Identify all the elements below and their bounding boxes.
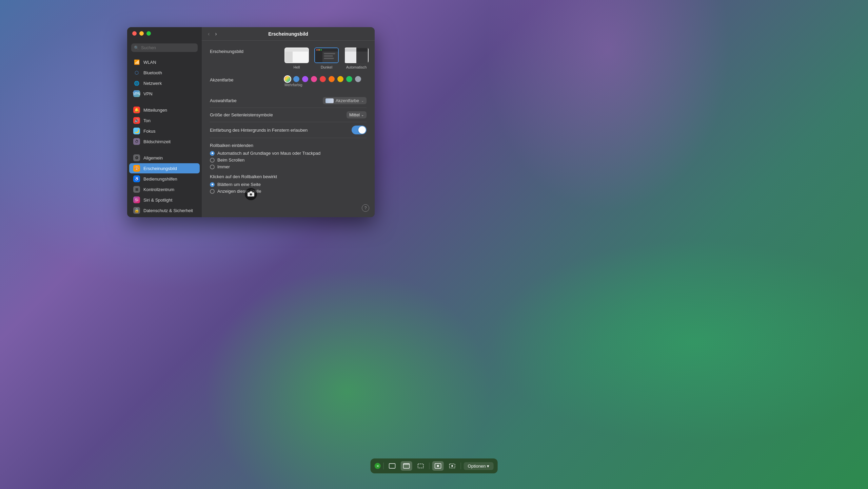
wifi-icon: 📶 [133,59,140,65]
akzentfarbe-label: Akzentfarbe [210,76,284,82]
erscheinungsbild-row: Erscheinungsbild Hell [210,48,367,69]
einfaerbung-row: Einfärbung des Hintergrunds in Fenstern … [210,122,367,138]
rollbalken-option-automatisch[interactable]: Automatisch auf Grundlage von Maus oder … [210,151,367,156]
toolbar-video-selection-button[interactable] [447,461,458,471]
color-swatch-green[interactable] [346,76,352,82]
screenshot-toolbar: ✕ Optionen ▾ [371,458,498,473]
privacy-icon: 🔒 [133,207,140,214]
sidebar-section-network: 📶 WLAN ⬡ Bluetooth 🌐 Netzwerk VPN VPN [127,56,202,100]
color-swatch-red[interactable] [320,76,326,82]
appearance-option-automatisch[interactable]: Automatisch [344,48,369,69]
rollbalken-option-scrollen-label: Beim Scrollen [217,157,244,163]
appearance-option-dunkel[interactable]: Dunkel [314,48,339,69]
toolbar-close-button[interactable]: ✕ [375,463,381,469]
nav-forward-button[interactable]: › [213,30,219,38]
svg-rect-6 [403,464,410,465]
sidebar-item-netzwerk[interactable]: 🌐 Netzwerk [129,78,200,88]
color-swatch-multicolor[interactable] [284,76,291,82]
appearance-thumb-auto [344,48,369,63]
symbole-row: Größe der Seitenleistensymbole Mittel ⌄ [210,108,367,122]
titlebar: ‹ › Erscheinungsbild [202,27,375,41]
color-swatch-pink[interactable] [311,76,317,82]
sidebar-item-siri[interactable]: Si Siri & Spotlight [129,195,200,205]
einfaerbung-toggle[interactable] [352,126,367,134]
sidebar-item-wlan-label: WLAN [143,60,156,65]
svg-point-9 [437,465,439,467]
sound-icon: 🔊 [133,117,140,124]
nav-back-button[interactable]: ‹ [206,30,212,38]
vpn-icon: VPN [133,90,140,97]
toolbar-screenshot-window-button[interactable] [401,461,412,471]
sidebar-section-appearance: ⚙ Allgemein 🎨 Erscheinungsbild ♿ Bedienu… [127,152,202,217]
sidebar-item-fokus[interactable]: 🌙 Fokus [129,126,200,136]
sidebar-item-mitteilungen-label: Mitteilungen [143,108,167,113]
color-swatch-purple[interactable] [302,76,308,82]
klicken-option-anzeigen[interactable]: Anzeigen dieser Stelle [210,189,367,194]
window-title: Erscheinungsbild [268,31,308,37]
akzentfarbe-row: Akzentfarbe Mehrfarbig [210,76,367,87]
color-swatch-blue[interactable] [293,76,299,82]
sidebar-item-vpn[interactable]: VPN VPN [129,89,200,99]
options-label: Optionen [468,464,486,469]
sidebar-item-bildschirmzeit[interactable]: ⏱ Bildschirmzeit [129,136,200,147]
sidebar-item-bluetooth[interactable]: ⬡ Bluetooth [129,68,200,78]
einfaerbung-label: Einfärbung des Hintergrunds in Fenstern … [210,128,352,133]
sidebar-item-bedienungshilfen[interactable]: ♿ Bedienungshilfen [129,174,200,184]
radio-blaettern-indicator [210,182,215,187]
klicken-option-blaettern[interactable]: Blättern um eine Seite [210,182,367,187]
sidebar-item-erscheinungsbild[interactable]: 🎨 Erscheinungsbild [129,163,200,173]
radio-immer-indicator [210,165,215,169]
rollbalken-title: Rollbalken einblenden [210,143,367,148]
sidebar-item-netzwerk-label: Netzwerk [143,81,162,86]
sidebar-item-mitteilungen[interactable]: 🔔 Mitteilungen [129,105,200,115]
klicken-title: Klicken auf den Rollbalken bewirkt [210,174,367,179]
radio-anzeigen-indicator [210,189,215,194]
sidebar-item-ton[interactable]: 🔊 Ton [129,115,200,126]
notifications-icon: 🔔 [133,107,140,113]
svg-point-11 [451,465,453,467]
toolbar-divider-1 [383,463,384,469]
system-preferences-window: 🔍 📶 WLAN ⬡ Bluetooth 🌐 Netzwerk VPN VPN [127,27,375,217]
radio-scrollen-indicator [210,158,215,163]
rollbalken-option-scrollen[interactable]: Beim Scrollen [210,157,367,163]
rollbalken-option-immer[interactable]: Immer [210,164,367,169]
main-content: ‹ › Erscheinungsbild Erscheinungsbild [202,27,375,217]
accessibility-icon: ♿ [133,175,140,182]
sidebar-item-allgemein[interactable]: ⚙ Allgemein [129,153,200,163]
color-swatch-gray[interactable] [355,76,361,82]
symbole-dropdown[interactable]: Mittel ⌄ [347,111,367,118]
sidebar-item-kontrollzentrum[interactable]: ⊞ Kontrollzentrum [129,184,200,194]
appearance-thumb-dunkel [314,48,339,63]
sidebar-item-datenschutz[interactable]: 🔒 Datenschutz & Sicherheit [129,205,200,215]
search-input[interactable] [141,45,195,50]
general-icon: ⚙ [133,154,140,161]
auswahlfarbe-control[interactable]: Akzentfarbe ⌄ [323,97,367,104]
toolbar-video-full-button[interactable] [432,461,444,471]
help-button[interactable]: ? [362,204,369,212]
color-swatch-orange[interactable] [329,76,335,82]
close-button[interactable] [132,31,137,36]
toolbar-screenshot-full-button[interactable] [387,461,398,471]
maximize-button[interactable] [146,31,151,36]
minimize-button[interactable] [139,31,144,36]
erscheinungsbild-options: Hell [284,48,369,69]
akzentfarbe-content: Mehrfarbig [284,76,367,87]
sidebar: 🔍 📶 WLAN ⬡ Bluetooth 🌐 Netzwerk VPN VPN [127,27,202,217]
appearance-option-hell[interactable]: Hell [284,48,309,69]
sidebar-item-bluetooth-label: Bluetooth [143,70,162,75]
toolbar-screenshot-selection-button[interactable] [415,461,427,471]
auswahlfarbe-value: Akzentfarbe [336,98,359,103]
search-bar[interactable]: 🔍 [131,43,198,52]
controlcenter-icon: ⊞ [133,186,140,193]
sidebar-item-wlan[interactable]: 📶 WLAN [129,57,200,67]
klicken-section: Klicken auf den Rollbalken bewirkt Blätt… [210,174,367,194]
close-x-icon: ✕ [376,464,379,468]
erscheinungsbild-label: Erscheinungsbild [210,48,284,54]
svg-point-2 [250,194,252,195]
color-swatch-yellow[interactable] [337,76,343,82]
multicolor-label: Mehrfarbig [284,83,367,87]
toolbar-options-button[interactable]: Optionen ▾ [464,462,494,470]
nav-arrows: ‹ › [206,30,219,38]
siri-icon: Si [133,196,140,203]
sidebar-item-kontrollzentrum-label: Kontrollzentrum [143,187,174,192]
